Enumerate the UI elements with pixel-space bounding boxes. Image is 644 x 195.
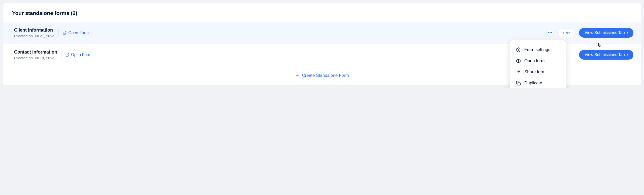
copy-icon xyxy=(516,81,521,86)
menu-item-share[interactable]: Share form xyxy=(510,66,566,78)
eye-icon xyxy=(516,59,521,63)
form-row: Client Information Created on Jul 21, 20… xyxy=(3,22,641,44)
gear-icon xyxy=(516,47,521,52)
view-submissions-label: View Submissions Table xyxy=(585,53,628,57)
more-options-button[interactable]: ••• xyxy=(546,29,554,37)
form-created-date: Created on Jul 21, 2024 xyxy=(14,34,54,38)
open-form-link[interactable]: Open Form xyxy=(66,53,91,57)
form-title: Contact Information xyxy=(14,50,57,55)
svg-point-2 xyxy=(518,60,519,62)
forms-card: Your standalone forms (2) Client Informa… xyxy=(3,3,641,85)
edit-button[interactable]: Edit xyxy=(557,29,575,37)
open-form-label: Open Form xyxy=(68,31,89,35)
form-title: Client Information xyxy=(14,28,54,33)
external-link-icon xyxy=(63,31,67,35)
open-form-link[interactable]: Open Form xyxy=(63,31,89,35)
menu-label: Duplicate xyxy=(524,81,542,86)
menu-item-duplicate[interactable]: Duplicate xyxy=(510,78,566,88)
card-header: Your standalone forms (2) xyxy=(3,3,641,22)
dots-icon: ••• xyxy=(548,31,552,35)
view-submissions-button[interactable]: View Submissions Table xyxy=(579,50,633,60)
create-form-label: Create Standalone Form xyxy=(302,73,349,78)
form-created-date: Created on Jul 18, 2024 xyxy=(14,56,57,60)
row-right: View Submissions Table xyxy=(579,50,633,60)
row-left: Client Information Created on Jul 21, 20… xyxy=(14,28,89,38)
share-icon xyxy=(516,70,521,75)
form-meta: Client Information Created on Jul 21, 20… xyxy=(14,28,54,38)
view-submissions-button[interactable]: View Submissions Table xyxy=(579,28,633,38)
svg-point-1 xyxy=(518,49,519,51)
menu-item-open[interactable]: Open form xyxy=(510,55,566,66)
external-link-icon xyxy=(66,53,69,57)
menu-label: Form settings xyxy=(524,47,550,52)
page-title: Your standalone forms (2) xyxy=(12,10,632,16)
plus-icon xyxy=(295,74,299,78)
menu-label: Open form xyxy=(524,58,544,63)
svg-line-4 xyxy=(67,53,69,55)
open-form-label: Open Form xyxy=(71,53,91,57)
form-meta: Contact Information Created on Jul 18, 2… xyxy=(14,50,57,60)
context-menu: Form settings Open form Share form xyxy=(510,40,566,88)
svg-rect-3 xyxy=(518,83,520,85)
divider xyxy=(61,51,61,58)
row-left: Contact Information Created on Jul 18, 2… xyxy=(14,50,91,60)
view-submissions-label: View Submissions Table xyxy=(585,31,628,35)
edit-label: Edit xyxy=(563,31,570,35)
menu-item-settings[interactable]: Form settings xyxy=(510,44,566,55)
row-right: ••• Edit View Submissions Table xyxy=(546,28,633,38)
menu-label: Share form xyxy=(524,69,545,75)
divider xyxy=(58,29,59,36)
svg-line-0 xyxy=(64,31,66,33)
